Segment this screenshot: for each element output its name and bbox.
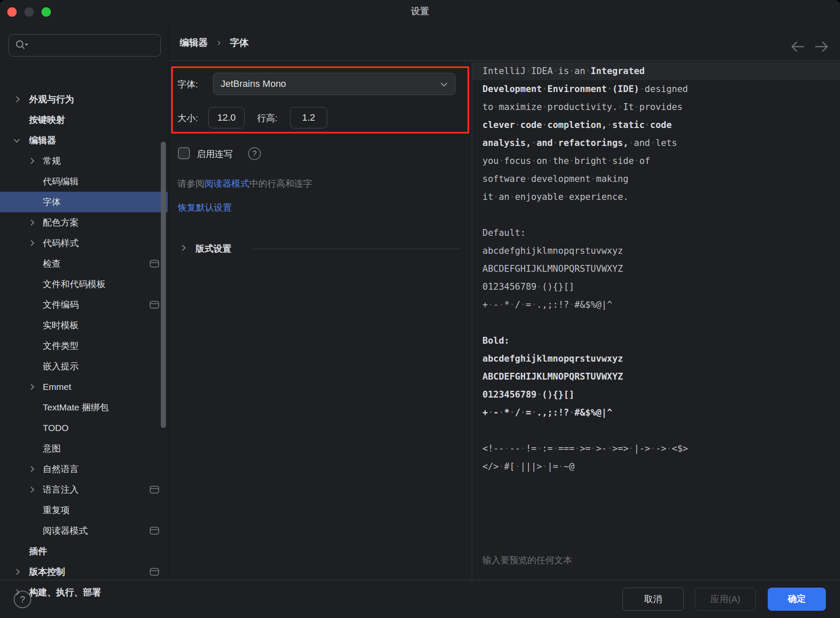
chevron-right-icon[interactable] bbox=[28, 220, 34, 226]
preview-line: ABCDEFGHIJKLMNOPQRSTUVWXYZ bbox=[472, 260, 840, 278]
project-scope-icon bbox=[150, 486, 159, 495]
chevron-right-icon[interactable] bbox=[28, 466, 34, 472]
settings-search-field[interactable] bbox=[9, 34, 161, 56]
sidebar-item-reader-mode[interactable]: 阅读器模式 bbox=[0, 520, 168, 541]
sidebar-item-label: 嵌入提示 bbox=[43, 356, 79, 377]
sidebar-item-code-editing[interactable]: 代码编辑 bbox=[0, 171, 168, 192]
font-preview-editor[interactable]: IntelliJ·IDEA·is·an·IntegratedDevelopmen… bbox=[472, 61, 840, 580]
project-scope-icon bbox=[150, 568, 159, 577]
font-size-input[interactable]: 12.0 bbox=[208, 107, 245, 128]
restore-defaults-link[interactable]: 恢复默认设置 bbox=[178, 202, 232, 214]
breadcrumb-editor[interactable]: 编辑器 bbox=[180, 37, 208, 48]
sidebar-item-intentions[interactable]: 意图 bbox=[0, 438, 168, 459]
sidebar-item-language-injections[interactable]: 语言注入 bbox=[0, 479, 168, 500]
preview-text: IntelliJ·IDEA·is·an·IntegratedDevelopmen… bbox=[472, 62, 840, 475]
sidebar-item-code-style[interactable]: 代码样式 bbox=[0, 233, 168, 253]
search-history-chevron-icon bbox=[25, 44, 28, 46]
sidebar-item-file-types[interactable]: 文件类型 bbox=[0, 336, 168, 356]
note-prefix: 请参阅 bbox=[177, 178, 204, 188]
sidebar-item-label: 意图 bbox=[43, 438, 61, 459]
preview-line bbox=[472, 206, 840, 224]
reader-mode-link[interactable]: 阅读器模式 bbox=[204, 178, 249, 188]
cancel-button[interactable]: 取消 bbox=[622, 588, 684, 611]
sidebar-item-label: 文件类型 bbox=[43, 336, 79, 356]
sidebar-item-keymap[interactable]: 按键映射 bbox=[0, 110, 168, 130]
sidebar-item-inlay-hints[interactable]: 嵌入提示 bbox=[0, 356, 168, 377]
chevron-right-icon[interactable] bbox=[28, 384, 34, 390]
breadcrumb-font: 字体 bbox=[230, 37, 249, 48]
sidebar-item-label: TODO bbox=[43, 418, 68, 438]
sidebar-item-color-scheme[interactable]: 配色方案 bbox=[0, 212, 168, 233]
sidebar-item-todo[interactable]: TODO bbox=[0, 418, 168, 438]
sidebar-item-label: 代码编辑 bbox=[43, 171, 79, 192]
sidebar-item-appearance-behavior[interactable]: 外观与行为 bbox=[0, 89, 168, 110]
chevron-right-icon bbox=[180, 245, 186, 251]
preview-line: IntelliJ·IDEA·is·an·Integrated bbox=[472, 62, 840, 80]
sidebar-scrollbar-thumb[interactable] bbox=[161, 142, 166, 428]
sidebar-item-label: 版本控制 bbox=[29, 562, 65, 582]
sidebar-item-label: 外观与行为 bbox=[29, 89, 74, 110]
preview-line: </>·#[·|||>·|=·~@ bbox=[472, 458, 840, 475]
preview-line: abcdefghijklmnopqrstuvwxyz bbox=[472, 350, 840, 368]
sidebar-item-plugins[interactable]: 插件 bbox=[0, 541, 168, 562]
sidebar-item-label: 插件 bbox=[29, 541, 47, 562]
preview-line: Bold: bbox=[472, 332, 840, 350]
ligatures-help-icon[interactable]: ? bbox=[248, 147, 261, 160]
sidebar-item-general[interactable]: 常规 bbox=[0, 151, 168, 171]
font-family-value: JetBrains Mono bbox=[221, 73, 286, 95]
apply-button[interactable]: 应用(A) bbox=[695, 588, 756, 611]
sidebar-item-label: 重复项 bbox=[43, 500, 70, 520]
chevron-right-icon[interactable] bbox=[28, 240, 34, 246]
sidebar-item-live-templates[interactable]: 实时模板 bbox=[0, 315, 168, 336]
forward-arrow-icon[interactable] bbox=[812, 39, 831, 54]
back-arrow-icon[interactable] bbox=[789, 39, 807, 54]
line-height-input[interactable]: 1.2 bbox=[290, 107, 327, 128]
typography-settings-group[interactable]: 版式设置 bbox=[169, 240, 471, 258]
sidebar-item-label: 按键映射 bbox=[29, 110, 65, 130]
sidebar-item-natural-languages[interactable]: 自然语言 bbox=[0, 459, 168, 479]
sidebar-item-font[interactable]: 字体 bbox=[0, 192, 168, 212]
sidebar-item-inspections[interactable]: 检查 bbox=[0, 253, 168, 274]
preview-line: 0123456789·(){}[] bbox=[472, 278, 840, 296]
titlebar: 设置 bbox=[0, 0, 840, 24]
preview-line: clever·code·completion,·static·code bbox=[472, 116, 840, 134]
chevron-right-icon[interactable] bbox=[28, 487, 34, 493]
preview-line: abcdefghijklmnopqrstuvwxyz bbox=[472, 242, 840, 260]
enable-ligatures-checkbox[interactable] bbox=[178, 147, 190, 159]
sidebar-item-emmet[interactable]: Emmet bbox=[0, 377, 168, 397]
breadcrumb: 编辑器 › 字体 bbox=[180, 34, 249, 51]
preview-line: +·-·*·/·=·.,;:!?·#&$%@|^ bbox=[472, 404, 840, 422]
search-input[interactable] bbox=[29, 41, 160, 51]
sidebar-item-label: 配色方案 bbox=[43, 212, 79, 233]
font-family-dropdown[interactable]: JetBrains Mono bbox=[213, 73, 455, 95]
preview-line: ABCDEFGHIJKLMNOPQRSTUVWXYZ bbox=[472, 368, 840, 386]
sidebar-item-version-control[interactable]: 版本控制 bbox=[0, 562, 168, 582]
sidebar-item-label: 字体 bbox=[43, 192, 61, 212]
preview-hint: 输入要预览的任何文本 bbox=[482, 554, 572, 566]
help-icon[interactable]: ? bbox=[14, 591, 31, 608]
group-rule bbox=[252, 249, 461, 249]
enable-ligatures-label: 启用连写 bbox=[197, 148, 233, 160]
sidebar-item-label: 文件编码 bbox=[43, 294, 79, 315]
font-label: 字体: bbox=[177, 78, 198, 90]
chevron-right-icon[interactable] bbox=[14, 96, 20, 102]
sidebar-item-file-encodings[interactable]: 文件编码 bbox=[0, 294, 168, 315]
ok-button[interactable]: 确定 bbox=[768, 588, 826, 611]
chevron-down-icon[interactable] bbox=[14, 137, 20, 143]
sidebar-item-textmate-bundles[interactable]: TextMate 捆绑包 bbox=[0, 397, 168, 418]
sidebar-item-duplicates[interactable]: 重复项 bbox=[0, 500, 168, 520]
lineheight-label: 行高: bbox=[257, 112, 278, 124]
sidebar-item-editor[interactable]: 编辑器 bbox=[0, 130, 168, 151]
preview-line: to·maximize·productivity.·It·provides bbox=[472, 98, 840, 116]
sidebar-item-label: 代码样式 bbox=[43, 233, 79, 253]
preview-line: software·development·making bbox=[472, 170, 840, 188]
chevron-right-icon[interactable] bbox=[28, 158, 34, 164]
typography-settings-label: 版式设置 bbox=[195, 240, 231, 258]
sidebar-item-file-code-templates[interactable]: 文件和代码模板 bbox=[0, 274, 168, 294]
settings-tree: 外观与行为按键映射编辑器常规代码编辑字体配色方案代码样式检查文件和代码模板文件编… bbox=[0, 65, 169, 580]
sidebar-divider bbox=[168, 24, 169, 580]
chevron-right-icon[interactable] bbox=[14, 569, 20, 575]
sidebar-item-label: TextMate 捆绑包 bbox=[43, 397, 109, 418]
breadcrumb-separator-icon: › bbox=[217, 37, 220, 48]
footer-bar: ? 取消 应用(A) 确定 bbox=[0, 580, 840, 618]
